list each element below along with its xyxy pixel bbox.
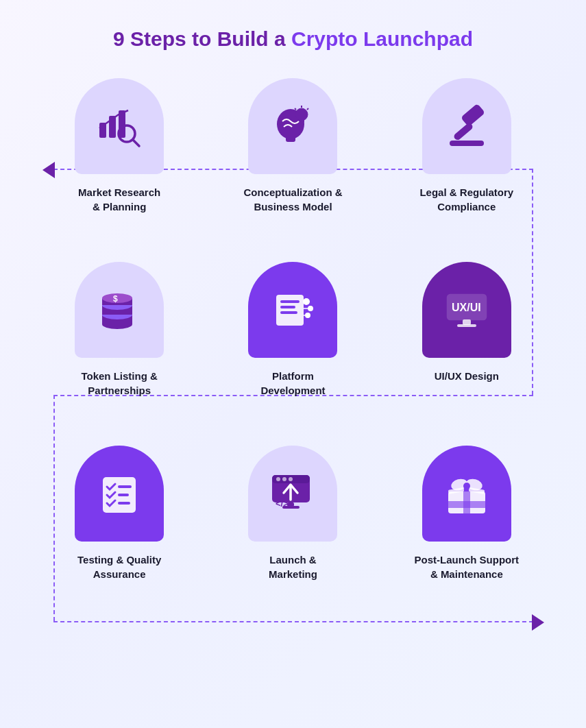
post-launch-icon <box>443 470 491 518</box>
svg-line-10 <box>295 108 296 110</box>
svg-text:UX/UI: UX/UI <box>452 302 481 313</box>
path-row3 <box>53 621 533 622</box>
step-9-icon-box <box>422 446 511 542</box>
steps-row-1: Market Research & Planning <box>33 78 554 214</box>
step-2: Conceptualization & Business Model <box>217 78 368 214</box>
step-4-icon-box: $ <box>75 262 164 358</box>
title-part1: 9 Steps to Build a <box>113 27 291 50</box>
step-2-icon-box <box>248 78 337 174</box>
step-5-label: Platform Development <box>260 369 325 398</box>
svg-point-43 <box>276 477 280 481</box>
svg-point-44 <box>282 477 286 481</box>
step-5: Platform Development <box>217 262 368 398</box>
step-4-label: Token Listing & Partnerships <box>81 369 157 398</box>
svg-rect-38 <box>118 485 132 488</box>
market-research-icon <box>95 102 143 150</box>
step-2-label: Conceptualization & Business Model <box>243 185 342 214</box>
arrow-end <box>532 614 544 631</box>
step-1-icon-box <box>75 78 164 174</box>
svg-rect-11 <box>286 136 295 142</box>
step-3: Legal & Regulatory Compliance <box>391 78 542 214</box>
conceptualization-icon <box>269 102 317 150</box>
svg-point-6 <box>295 108 308 121</box>
step-1-label: Market Research & Planning <box>78 185 160 214</box>
step-6-icon-box: UX/UI <box>422 262 511 358</box>
step-6: UX/UI UI/UX Design <box>391 262 542 398</box>
legal-icon <box>443 102 491 150</box>
uiux-icon: UX/UI <box>442 285 491 335</box>
token-listing-icon: $ <box>95 286 143 334</box>
step-6-label: UI/UX Design <box>435 369 499 383</box>
svg-rect-12 <box>461 104 485 127</box>
title-part2: Crypto Launchpad <box>291 27 473 50</box>
step-8-label: Launch & Marketing <box>269 553 317 581</box>
step-7: Testing & Quality Assurance <box>44 446 195 581</box>
step-1: Market Research & Planning <box>44 78 195 214</box>
svg-rect-14 <box>450 141 484 146</box>
svg-rect-40 <box>118 502 130 505</box>
svg-rect-13 <box>452 122 474 141</box>
step-7-label: Testing & Quality Assurance <box>77 553 161 581</box>
steps-row-3: Testing & Quality Assurance <box>33 446 554 581</box>
svg-point-31 <box>305 313 310 318</box>
svg-rect-53 <box>448 501 485 508</box>
platform-dev-icon <box>271 288 315 332</box>
steps-row-2: $ Token Listing & Partnerships <box>33 262 554 398</box>
spacer-1 <box>33 221 554 262</box>
step-9-label: Post-Launch Support & Maintenance <box>415 553 520 581</box>
svg-line-9 <box>307 108 308 110</box>
svg-rect-39 <box>118 494 129 496</box>
testing-icon <box>96 470 143 517</box>
launch-icon: </> <box>269 470 317 518</box>
svg-point-29 <box>308 306 313 311</box>
page-title: 9 Steps to Build a Crypto Launchpad <box>113 27 473 51</box>
step-8-icon-box: </> <box>248 446 337 542</box>
step-7-icon-box <box>75 446 164 542</box>
svg-line-4 <box>133 140 139 146</box>
spacer-2 <box>33 404 554 446</box>
step-4: $ Token Listing & Partnerships <box>44 262 195 398</box>
svg-rect-24 <box>280 300 300 303</box>
steps-grid: Market Research & Planning <box>33 78 554 588</box>
svg-rect-36 <box>457 324 476 327</box>
svg-point-56 <box>463 483 470 489</box>
svg-point-45 <box>289 477 293 481</box>
svg-rect-25 <box>280 306 295 308</box>
svg-rect-26 <box>280 311 297 314</box>
step-3-label: Legal & Regulatory Compliance <box>419 185 513 214</box>
svg-rect-23 <box>276 295 304 326</box>
svg-rect-35 <box>463 319 471 325</box>
step-9: Post-Launch Support & Maintenance <box>391 446 542 581</box>
step-5-icon-box <box>248 262 337 358</box>
svg-rect-48 <box>282 506 300 509</box>
step-8: </> Launch & Marketing <box>217 446 368 581</box>
svg-rect-7 <box>299 119 304 123</box>
svg-text:$: $ <box>113 294 118 304</box>
step-3-icon-box <box>422 78 511 174</box>
